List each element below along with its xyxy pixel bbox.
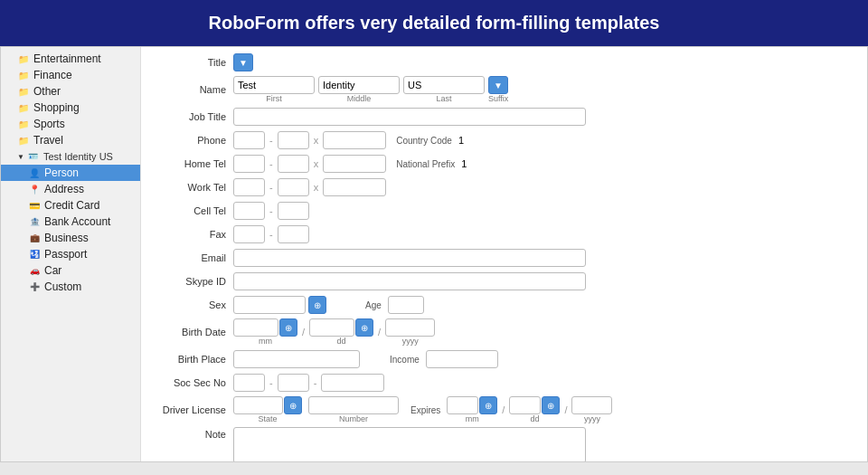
passport-icon (28, 248, 41, 261)
sidebar-item-entertainment[interactable]: Entertainment (1, 51, 140, 67)
email-fields (233, 249, 856, 267)
dl-number-group: Number (308, 396, 399, 423)
middle-name-group: Middle (318, 76, 400, 103)
sidebar-item-passport[interactable]: Passport (1, 246, 140, 262)
job-title-label: Job Title (152, 111, 233, 122)
expires-dd-input[interactable] (509, 396, 541, 414)
name-row: Name First Middle Last ▼ Suffix (152, 76, 856, 103)
sidebar-item-address[interactable]: Address (1, 181, 140, 197)
work-tel-fields: - x (233, 178, 856, 196)
skype-input[interactable] (233, 272, 586, 290)
sex-spinner[interactable]: ⊕ (308, 296, 326, 314)
first-label: First (233, 94, 315, 103)
last-name-input[interactable] (403, 76, 485, 94)
income-input[interactable] (426, 350, 498, 368)
home-tel-number[interactable] (323, 155, 386, 173)
sidebar-item-custom[interactable]: Custom (1, 279, 140, 295)
person-icon (28, 166, 41, 179)
age-input[interactable] (388, 296, 424, 314)
birth-yyyy-input[interactable] (385, 318, 435, 337)
cell-tel-row: Cell Tel - (152, 201, 856, 221)
soc-sec-area[interactable] (233, 374, 265, 392)
mm-label: mm (233, 337, 297, 346)
sidebar-item-business[interactable]: Business (1, 230, 140, 246)
job-title-fields (233, 108, 856, 126)
sidebar-item-travel[interactable]: Travel (1, 132, 140, 148)
dl-state-group: ⊕ State (233, 396, 302, 423)
birth-date-label: Birth Date (152, 327, 233, 337)
first-name-input[interactable] (233, 76, 315, 94)
suffix-label: Suffix (488, 94, 508, 103)
home-tel-prefix[interactable] (278, 155, 309, 173)
phone-number[interactable] (323, 131, 386, 149)
sidebar-item-shopping[interactable]: Shopping (1, 100, 140, 116)
sidebar-item-person[interactable]: Person (1, 165, 140, 181)
sidebar-item-other[interactable]: Other (1, 83, 140, 100)
expires-dd-spinner[interactable]: ⊕ (542, 396, 560, 414)
birth-mm-spinner[interactable]: ⊕ (279, 318, 297, 337)
folder-icon (17, 69, 30, 81)
fax-fields: - (233, 225, 856, 243)
middle-label: Middle (318, 94, 400, 103)
sidebar-item-credit-card[interactable]: Credit Card (1, 197, 140, 214)
cell-tel-prefix[interactable] (278, 202, 309, 220)
note-textarea[interactable] (233, 427, 586, 461)
custom-icon (28, 280, 41, 293)
sidebar-item-car[interactable]: Car (1, 262, 140, 279)
sidebar-item-sports[interactable]: Sports (1, 116, 140, 132)
dl-number-input[interactable] (308, 396, 399, 414)
work-tel-prefix[interactable] (278, 178, 309, 196)
birth-dd-spinner[interactable]: ⊕ (355, 318, 373, 337)
bank-icon (28, 215, 41, 228)
skype-fields (233, 272, 856, 290)
suffix-dropdown[interactable]: ▼ (488, 76, 508, 94)
birth-mm-input[interactable] (233, 318, 278, 337)
work-tel-number[interactable] (323, 178, 386, 196)
fax-row: Fax - (152, 224, 856, 244)
phone-prefix[interactable] (278, 131, 309, 149)
sex-label: Sex (152, 299, 233, 310)
sex-age-fields: ⊕ Age (233, 296, 856, 314)
expires-mm-spinner[interactable]: ⊕ (479, 396, 497, 414)
exp-yyyy-label: yyyy (571, 414, 612, 423)
dl-state-input[interactable] (233, 396, 283, 414)
birth-place-label: Birth Place (152, 354, 233, 365)
title-fields: ▼ (233, 53, 856, 71)
title-dropdown[interactable]: ▼ (233, 53, 253, 71)
phone-area[interactable] (233, 131, 265, 149)
fax-prefix[interactable] (278, 225, 309, 243)
address-icon (28, 183, 41, 195)
chevron-down-icon: ▼ (17, 153, 24, 161)
dl-state-spinner[interactable]: ⊕ (284, 396, 302, 414)
middle-name-input[interactable] (318, 76, 400, 94)
national-prefix-label: National Prefix (396, 159, 455, 169)
sidebar: Entertainment Finance Other Shopping Spo… (1, 47, 141, 461)
work-tel-label: Work Tel (152, 182, 233, 193)
birth-date-row: Birth Date ⊕ mm / ⊕ dd / (152, 318, 856, 346)
fax-area[interactable] (233, 225, 265, 243)
work-tel-area[interactable] (233, 178, 265, 196)
birth-dd-input[interactable] (309, 318, 354, 337)
title-row: Title ▼ (152, 52, 856, 72)
sex-input[interactable] (233, 296, 306, 314)
birthplace-income-row: Birth Place Income (152, 349, 856, 369)
cell-tel-fields: - (233, 202, 856, 220)
cell-tel-area[interactable] (233, 202, 265, 220)
country-code-label: Country Code (396, 136, 452, 146)
soc-sec-prefix[interactable] (278, 374, 309, 392)
sex-age-row: Sex ⊕ Age (152, 295, 856, 315)
birth-place-input[interactable] (233, 350, 360, 368)
expires-yyyy-input[interactable] (571, 396, 612, 414)
exp-mm-label: mm (447, 414, 497, 423)
soc-sec-number[interactable] (321, 374, 384, 392)
home-tel-area[interactable] (233, 155, 265, 173)
cc-icon (28, 199, 41, 212)
sidebar-item-finance[interactable]: Finance (1, 67, 140, 83)
job-title-input[interactable] (233, 108, 586, 126)
sidebar-item-test-identity[interactable]: ▼ Test Identity US (1, 148, 140, 165)
expires-mm-input[interactable] (447, 396, 478, 414)
email-input[interactable] (233, 249, 586, 267)
soc-sec-label: Soc Sec No (152, 377, 233, 388)
sidebar-item-bank-account[interactable]: Bank Account (1, 214, 140, 230)
note-row: Note (152, 427, 856, 461)
